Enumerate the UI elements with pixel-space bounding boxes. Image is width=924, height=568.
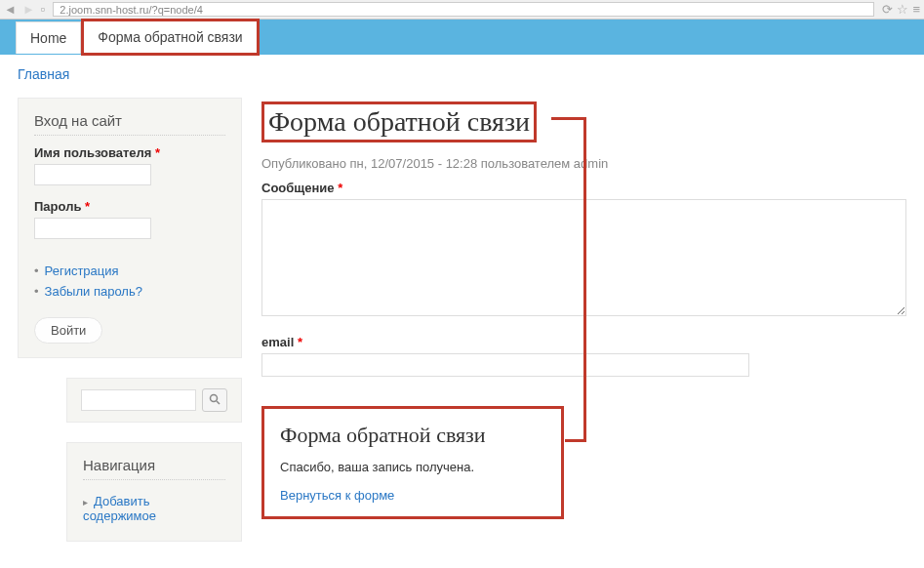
main-content: Форма обратной связи Опубликовано пн, 12… <box>261 98 906 519</box>
login-block-title: Вход на сайт <box>34 112 225 136</box>
username-input[interactable] <box>34 164 151 185</box>
annotation-connector <box>565 439 586 442</box>
list-item: Забыли пароль? <box>34 281 225 302</box>
email-input[interactable] <box>261 353 749 377</box>
tab-home[interactable]: Home <box>16 21 81 54</box>
reload-icon[interactable]: ⟳ <box>882 2 893 17</box>
annotation-connector <box>583 117 586 439</box>
password-label: Пароль * <box>34 199 225 214</box>
annotation-connector <box>551 117 586 120</box>
required-marker: * <box>155 145 160 160</box>
sidebar: Вход на сайт Имя пользователя * Пароль *… <box>18 98 242 542</box>
register-link[interactable]: Регистрация <box>45 264 119 278</box>
tab-feedback-form[interactable]: Форма обратной связи <box>81 19 259 56</box>
search-block <box>66 378 242 423</box>
search-icon <box>209 393 221 408</box>
navigation-list: Добавить содержимое <box>83 490 225 527</box>
svg-line-1 <box>217 401 220 404</box>
forward-icon[interactable]: ► <box>22 2 35 17</box>
confirmation-box: Форма обратной связи Спасибо, ваша запис… <box>261 406 564 519</box>
url-bar[interactable]: 2.joom.snn-host.ru/?q=node/4 <box>53 2 874 17</box>
browser-nav-icons: ◄ ► ▫ <box>4 2 45 17</box>
page-body: Вход на сайт Имя пользователя * Пароль *… <box>0 82 924 557</box>
page-title-highlight: Форма обратной связи <box>261 101 537 142</box>
password-input[interactable] <box>34 218 151 239</box>
login-button[interactable]: Войти <box>34 317 102 344</box>
navigation-block: Навигация Добавить содержимое <box>66 442 242 542</box>
list-item: Регистрация <box>34 261 225 281</box>
list-item: Добавить содержимое <box>83 490 225 527</box>
login-links: Регистрация Забыли пароль? <box>34 261 225 302</box>
add-content-link[interactable]: Добавить содержимое <box>83 494 156 523</box>
star-icon[interactable]: ☆ <box>897 2 908 17</box>
navigation-block-title: Навигация <box>83 457 225 480</box>
menu-icon[interactable]: ≡ <box>912 2 920 17</box>
search-input[interactable] <box>81 389 196 411</box>
username-label: Имя пользователя * <box>34 145 225 160</box>
required-marker: * <box>298 335 302 349</box>
breadcrumb: Главная <box>0 55 924 82</box>
login-block: Вход на сайт Имя пользователя * Пароль *… <box>18 98 242 358</box>
confirmation-message: Спасибо, ваша запись получена. <box>280 460 545 474</box>
browser-right-icons: ⟳ ☆ ≡ <box>882 2 920 17</box>
required-marker: * <box>338 181 342 195</box>
back-icon[interactable]: ◄ <box>4 2 17 17</box>
breadcrumb-home[interactable]: Главная <box>18 66 69 82</box>
page-icon: ▫ <box>41 2 46 17</box>
search-button[interactable] <box>202 388 227 412</box>
confirmation-title: Форма обратной связи <box>280 423 545 448</box>
back-to-form-link[interactable]: Вернуться к форме <box>280 488 394 503</box>
page-title: Форма обратной связи <box>268 106 530 138</box>
tabs-bar: Home Форма обратной связи <box>0 20 924 55</box>
forgot-password-link[interactable]: Забыли пароль? <box>45 284 142 299</box>
required-marker: * <box>85 199 90 214</box>
browser-chrome: ◄ ► ▫ 2.joom.snn-host.ru/?q=node/4 ⟳ ☆ ≡ <box>0 0 924 20</box>
svg-point-0 <box>211 394 218 401</box>
